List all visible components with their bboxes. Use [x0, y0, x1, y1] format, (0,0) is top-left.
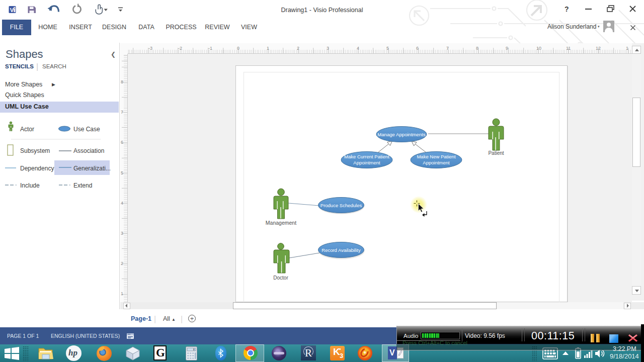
- svg-text:Actor: Actor: [20, 126, 34, 133]
- svg-text:V: V: [10, 7, 14, 13]
- svg-text:Dependency: Dependency: [20, 165, 54, 172]
- svg-text:8: 8: [193, 348, 195, 351]
- svg-text:Extend: Extend: [73, 182, 92, 189]
- svg-text:Generalizati...: Generalizati...: [73, 165, 111, 172]
- svg-text:Association: Association: [73, 147, 104, 154]
- svg-text:Use Case: Use Case: [73, 126, 100, 133]
- svg-text:Include: Include: [20, 182, 40, 189]
- svg-text:Subsystem: Subsystem: [20, 147, 50, 154]
